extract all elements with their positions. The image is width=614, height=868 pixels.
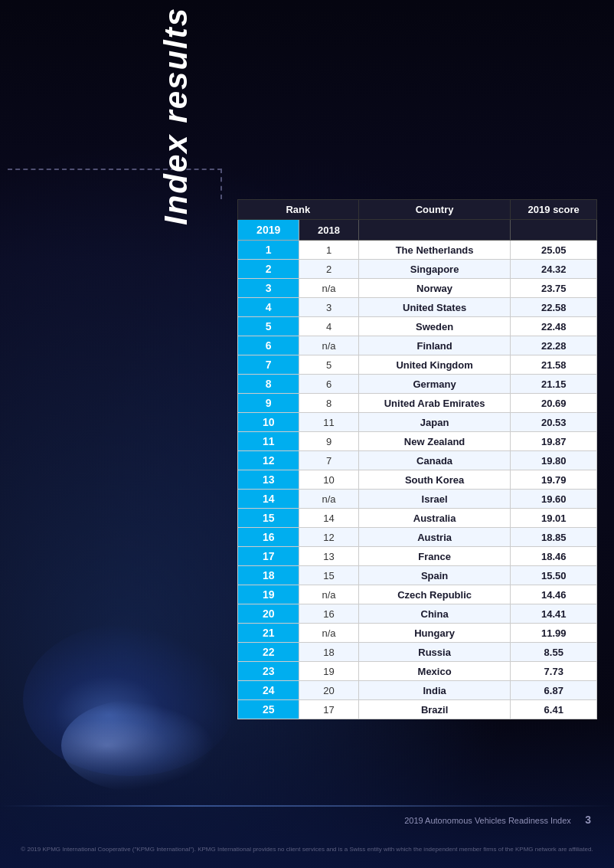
country-cell: United States bbox=[358, 298, 511, 317]
country-cell: Canada bbox=[358, 451, 511, 470]
table-row: 16 12 Austria 18.85 bbox=[238, 528, 597, 547]
table-row: 9 8 United Arab Emirates 20.69 bbox=[238, 394, 597, 413]
legal-footer: © 2019 KPMG International Cooperative ("… bbox=[15, 846, 599, 853]
rank-2018-cell: 5 bbox=[299, 355, 358, 375]
rank-2018-cell: 1 bbox=[299, 241, 358, 260]
year-2019-header: 2019 bbox=[238, 220, 299, 241]
country-cell: Australia bbox=[358, 509, 511, 528]
score-cell: 22.28 bbox=[511, 336, 597, 355]
rank-2018-cell: 4 bbox=[299, 317, 358, 336]
score-cell: 8.55 bbox=[511, 643, 597, 662]
score-cell: 11.99 bbox=[511, 624, 597, 643]
road-line bbox=[0, 805, 614, 807]
table-row: 20 16 China 14.41 bbox=[238, 604, 597, 624]
table-row: 11 9 New Zealand 19.87 bbox=[238, 432, 597, 451]
score-cell: 22.58 bbox=[511, 298, 597, 317]
country-cell: Germany bbox=[358, 375, 511, 394]
rank-2019-cell: 9 bbox=[238, 394, 299, 413]
table-row: 3 n/a Norway 23.75 bbox=[238, 279, 597, 298]
score-cell: 21.15 bbox=[511, 375, 597, 394]
table-row: 14 n/a Israel 19.60 bbox=[238, 490, 597, 509]
rank-2019-cell: 18 bbox=[238, 566, 299, 585]
report-title-footer: 2019 Autonomous Vehicles Readiness Index… bbox=[404, 814, 591, 826]
score-cell: 20.53 bbox=[511, 413, 597, 432]
country-cell: The Netherlands bbox=[358, 241, 511, 260]
rank-2019-cell: 19 bbox=[238, 585, 299, 604]
rank-2019-cell: 8 bbox=[238, 375, 299, 394]
table-row: 19 n/a Czech Republic 14.46 bbox=[238, 585, 597, 604]
rank-2018-cell: 18 bbox=[299, 643, 358, 662]
table-row: 1 1 The Netherlands 25.05 bbox=[238, 241, 597, 260]
score-cell: 19.79 bbox=[511, 470, 597, 490]
rank-2019-cell: 15 bbox=[238, 509, 299, 528]
table-row: 15 14 Australia 19.01 bbox=[238, 509, 597, 528]
rank-2019-cell: 24 bbox=[238, 681, 299, 700]
rank-2019-cell: 14 bbox=[238, 490, 299, 509]
rank-2019-cell: 5 bbox=[238, 317, 299, 336]
table-row: 22 18 Russia 8.55 bbox=[238, 643, 597, 662]
page-number: 3 bbox=[585, 814, 591, 826]
rank-2018-cell: 6 bbox=[299, 375, 358, 394]
road-ground bbox=[0, 715, 614, 868]
rank-header: Rank bbox=[238, 200, 359, 220]
rank-2019-cell: 17 bbox=[238, 547, 299, 566]
rank-2018-cell: 14 bbox=[299, 509, 358, 528]
year-2018-header: 2018 bbox=[299, 220, 358, 241]
main-content-area: Rank Country 2019 score 2019 2018 1 1 Th… bbox=[237, 199, 597, 719]
rank-2018-cell: n/a bbox=[299, 490, 358, 509]
score-cell: 20.69 bbox=[511, 394, 597, 413]
rank-2019-cell: 1 bbox=[238, 241, 299, 260]
rank-2018-cell: 3 bbox=[299, 298, 358, 317]
table-row: 10 11 Japan 20.53 bbox=[238, 413, 597, 432]
section-title: Index results bbox=[158, 7, 194, 225]
table-row: 24 20 India 6.87 bbox=[238, 681, 597, 700]
table-row: 5 4 Sweden 22.48 bbox=[238, 317, 597, 336]
rank-2019-cell: 16 bbox=[238, 528, 299, 547]
table-row: 17 13 France 18.46 bbox=[238, 547, 597, 566]
rank-2018-cell: 8 bbox=[299, 394, 358, 413]
table-row: 2 2 Singapore 24.32 bbox=[238, 260, 597, 279]
score-cell: 23.75 bbox=[511, 279, 597, 298]
score-cell: 14.41 bbox=[511, 604, 597, 624]
rank-2018-cell: 20 bbox=[299, 681, 358, 700]
rank-2018-cell: 15 bbox=[299, 566, 358, 585]
score-cell: 6.41 bbox=[511, 700, 597, 719]
rank-2019-cell: 11 bbox=[238, 432, 299, 451]
country-cell: India bbox=[358, 681, 511, 700]
rank-2018-cell: n/a bbox=[299, 585, 358, 604]
country-cell: Hungary bbox=[358, 624, 511, 643]
score-cell: 15.50 bbox=[511, 566, 597, 585]
score-header: 2019 score bbox=[511, 200, 597, 220]
rank-2019-cell: 2 bbox=[238, 260, 299, 279]
score-cell: 19.01 bbox=[511, 509, 597, 528]
score-cell: 18.46 bbox=[511, 547, 597, 566]
rank-2019-cell: 25 bbox=[238, 700, 299, 719]
rank-2018-cell: 10 bbox=[299, 470, 358, 490]
rank-2019-cell: 10 bbox=[238, 413, 299, 432]
country-cell: South Korea bbox=[358, 470, 511, 490]
rank-2018-cell: 7 bbox=[299, 451, 358, 470]
rank-2018-cell: 16 bbox=[299, 604, 358, 624]
country-cell: Czech Republic bbox=[358, 585, 511, 604]
score-cell: 25.05 bbox=[511, 241, 597, 260]
score-cell: 7.73 bbox=[511, 662, 597, 681]
rank-2018-cell: 17 bbox=[299, 700, 358, 719]
score-cell: 14.46 bbox=[511, 585, 597, 604]
score-cell: 19.80 bbox=[511, 451, 597, 470]
table-row: 25 17 Brazil 6.41 bbox=[238, 700, 597, 719]
table-row: 7 5 United Kingdom 21.58 bbox=[238, 355, 597, 375]
rank-2019-cell: 12 bbox=[238, 451, 299, 470]
country-subheader bbox=[358, 220, 511, 241]
rank-2019-cell: 22 bbox=[238, 643, 299, 662]
score-cell: 19.87 bbox=[511, 432, 597, 451]
rank-2018-cell: 19 bbox=[299, 662, 358, 681]
country-cell: France bbox=[358, 547, 511, 566]
table-row: 13 10 South Korea 19.79 bbox=[238, 470, 597, 490]
rank-2019-cell: 6 bbox=[238, 336, 299, 355]
rank-2018-cell: 11 bbox=[299, 413, 358, 432]
score-subheader bbox=[511, 220, 597, 241]
table-row: 23 19 Mexico 7.73 bbox=[238, 662, 597, 681]
rank-2019-cell: 20 bbox=[238, 604, 299, 624]
table-row: 12 7 Canada 19.80 bbox=[238, 451, 597, 470]
country-cell: Brazil bbox=[358, 700, 511, 719]
